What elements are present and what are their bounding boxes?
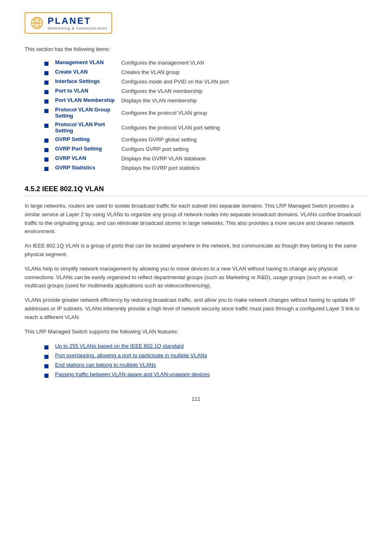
item-label-cell[interactable]: GVRP Statistics <box>52 163 118 173</box>
item-desc-cell: Creates the VLAN group <box>118 67 232 77</box>
item-desc-cell: Configures mode and PVID on the VLAN por… <box>118 77 232 86</box>
bullet-cell <box>41 135 52 144</box>
item-link[interactable]: Create VLAN <box>55 69 88 75</box>
bullet-cell <box>41 105 52 120</box>
item-link[interactable]: GVRP Statistics <box>55 164 95 171</box>
item-label-cell[interactable]: GVRP Port Setting <box>52 144 118 154</box>
item-desc-cell: Displays the GVRP port statistics <box>118 163 232 173</box>
item-label-cell[interactable]: Protocol VLAN GroupSetting <box>52 105 118 120</box>
item-desc-cell: Configures the protocol VLAN port settin… <box>118 120 232 135</box>
item-link[interactable]: GVRP VLAN <box>55 155 86 161</box>
bullet-square <box>44 139 48 143</box>
bullet-cell <box>41 361 52 370</box>
list-item: Management VLANConfigures the management… <box>41 58 232 67</box>
menu-table: Management VLANConfigures the management… <box>41 58 232 173</box>
body-paragraph: VLANs help to simplify network managemen… <box>25 265 367 290</box>
item-link[interactable]: Setting <box>55 113 73 119</box>
bullet-square <box>44 364 48 368</box>
bullet-cell <box>41 163 52 173</box>
bullet-square <box>44 157 48 162</box>
logo-planet-text: PLANET <box>48 16 107 26</box>
item-link[interactable]: Protocol VLAN Group <box>55 106 110 113</box>
item-label-cell[interactable]: Create VLAN <box>52 67 118 77</box>
list-item: Up to 255 VLANs based on the IEEE 802.1Q… <box>41 342 213 351</box>
item-desc-cell: Configurs GVRP port setting <box>118 144 232 154</box>
item-desc-cell: Configures the management VLAN <box>118 58 232 67</box>
bullet-square <box>44 124 48 128</box>
item-label-cell[interactable]: Management VLAN <box>52 58 118 67</box>
item-label-cell[interactable]: Port VLAN Membership <box>52 96 118 105</box>
bullet-cell <box>41 58 52 67</box>
item-link[interactable]: Protocol VLAN Port <box>55 121 105 127</box>
item-label-cell[interactable]: Interface Settings <box>52 77 118 86</box>
bullet-cell <box>41 86 52 96</box>
bullet-cell <box>41 77 52 86</box>
page-number: 111 <box>191 396 201 402</box>
bullet-cell <box>41 342 52 351</box>
bullet-square <box>44 90 48 94</box>
section-heading: 4.5.2 IEEE 802.1Q VLAN <box>25 185 367 196</box>
logo-box: PLANET Networking & Communication <box>25 12 112 34</box>
feature-text-cell[interactable]: Up to 255 VLANs based on the IEEE 802.1Q… <box>52 342 213 351</box>
bullet-square <box>44 109 48 113</box>
item-label-cell[interactable]: Protocol VLAN PortSetting <box>52 120 118 135</box>
intro-text: This section has the following items: <box>25 46 367 52</box>
planet-logo-icon <box>30 16 44 30</box>
item-link[interactable]: Interface Settings <box>55 78 100 84</box>
item-label-cell[interactable]: Port to VLAN <box>52 86 118 96</box>
list-item: Port to VLANConfigures the VLAN membersh… <box>41 86 232 96</box>
list-item: Protocol VLAN GroupSettingConfigures the… <box>41 105 232 120</box>
feature-text-cell[interactable]: Passing traffic between VLAN-aware and V… <box>52 370 213 379</box>
bullet-cell <box>41 96 52 105</box>
feature-link[interactable]: Passing traffic between VLAN-aware and V… <box>55 371 210 377</box>
item-link[interactable]: Port VLAN Membership <box>55 97 115 103</box>
logo-sub-text: Networking & Communication <box>48 26 107 30</box>
logo-area: PLANET Networking & Communication <box>25 12 367 34</box>
item-link[interactable]: GVRP Port Setting <box>55 146 102 152</box>
feature-link[interactable]: Up to 255 VLANs based on the IEEE 802.1Q… <box>55 343 184 349</box>
list-item: Port overlapping, allowing a port to par… <box>41 351 213 361</box>
body-paragraph: VLANs provide greater network efficiency… <box>25 296 367 321</box>
feature-list: Up to 255 VLANs based on the IEEE 802.1Q… <box>41 342 367 379</box>
list-item: Passing traffic between VLAN-aware and V… <box>41 370 213 379</box>
bullet-cell <box>41 351 52 361</box>
feature-text-cell[interactable]: End stations can belong to multiple VLAN… <box>52 361 213 370</box>
list-item: Create VLANCreates the VLAN group <box>41 67 232 77</box>
feature-link[interactable]: End stations can belong to multiple VLAN… <box>55 362 156 368</box>
feature-text-cell[interactable]: Port overlapping, allowing a port to par… <box>52 351 213 361</box>
list-item: Interface SettingsConfigures mode and PV… <box>41 77 232 86</box>
body-paragraphs: In large networks, routers are used to i… <box>25 202 367 336</box>
list-item: GVRP SettingConfigures GVRP global setti… <box>41 135 232 144</box>
item-label-cell[interactable]: GVRP Setting <box>52 135 118 144</box>
menu-items-table: Management VLANConfigures the management… <box>41 58 367 173</box>
list-item: End stations can belong to multiple VLAN… <box>41 361 213 370</box>
feature-table: Up to 255 VLANs based on the IEEE 802.1Q… <box>41 342 213 379</box>
logo-text-block: PLANET Networking & Communication <box>48 16 107 30</box>
item-link[interactable]: Port to VLAN <box>55 88 88 94</box>
bullet-square <box>44 81 48 85</box>
item-desc-cell: Configures the protocol VLAN group <box>118 105 232 120</box>
bullet-square <box>44 99 48 104</box>
list-item: GVRP Port SettingConfigurs GVRP port set… <box>41 144 232 154</box>
item-link[interactable]: Management VLAN <box>55 59 104 65</box>
item-link[interactable]: Setting <box>55 127 73 134</box>
list-item: GVRP VLANDisplays the GVRP VLAN database <box>41 154 232 163</box>
item-desc-cell: Displays the GVRP VLAN database <box>118 154 232 163</box>
bullet-square <box>44 345 48 349</box>
bullet-square <box>44 148 48 152</box>
item-desc-cell: Displays the VLAN membership <box>118 96 232 105</box>
bullet-cell <box>41 120 52 135</box>
svg-point-6 <box>35 21 38 24</box>
body-paragraph: An IEEE 802.1Q VLAN is a group of ports … <box>25 242 367 259</box>
bullet-square <box>44 62 48 66</box>
item-desc-cell: Configures GVRP global setting <box>118 135 232 144</box>
list-item: Port VLAN MembershipDisplays the VLAN me… <box>41 96 232 105</box>
list-item: GVRP StatisticsDisplays the GVRP port st… <box>41 163 232 173</box>
item-label-cell[interactable]: GVRP VLAN <box>52 154 118 163</box>
page-footer: 111 <box>25 396 367 402</box>
body-paragraph: In large networks, routers are used to i… <box>25 202 367 236</box>
feature-link[interactable]: Port overlapping, allowing a port to par… <box>55 352 207 358</box>
bullet-square <box>44 374 48 378</box>
item-link[interactable]: GVRP Setting <box>55 136 90 142</box>
bullet-cell <box>41 370 52 379</box>
